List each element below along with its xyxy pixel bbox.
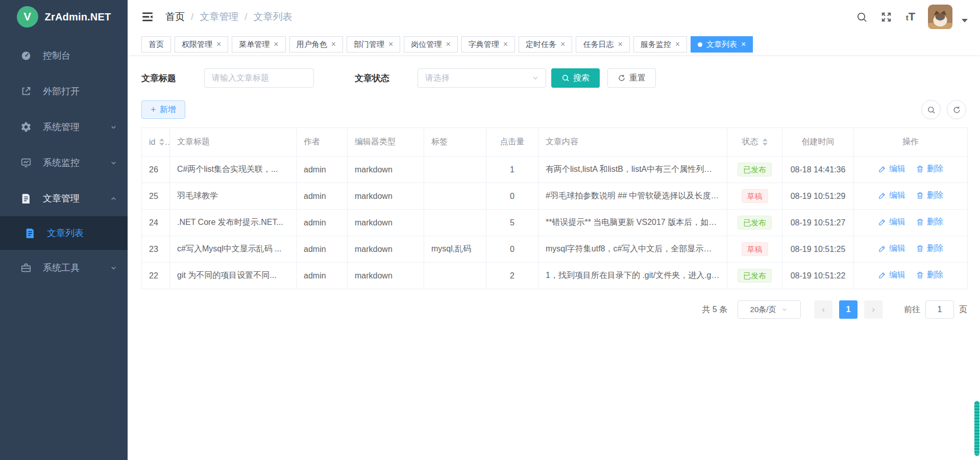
column-header-content: 状态 — [742, 137, 768, 147]
edit-button[interactable]: 编辑 — [878, 270, 905, 280]
delete-label: 删除 — [927, 270, 943, 280]
column-header-content: 点击量 — [500, 137, 525, 147]
user-avatar[interactable] — [928, 5, 952, 29]
search-button[interactable]: 搜索 — [551, 68, 600, 88]
cell-author: admin — [297, 183, 348, 210]
close-icon[interactable]: × — [331, 40, 336, 48]
column-header-content: 操作 — [902, 137, 919, 147]
sidebar-item-console[interactable]: 控制台 — [0, 38, 128, 73]
sort-asc-icon[interactable] — [159, 138, 164, 141]
sidebar-item-system-admin[interactable]: 系统管理 — [0, 109, 128, 145]
add-button[interactable]: + 新增 — [141, 100, 185, 119]
column-header-created: 创建时间 — [782, 128, 854, 157]
app-logo[interactable]: V ZrAdmin.NET — [0, 0, 128, 34]
tab-岗位管理[interactable]: 岗位管理× — [404, 36, 457, 53]
close-icon[interactable]: × — [503, 40, 508, 48]
table-row: 23c#写入Mysql中文显示乱码 ...adminmarkdownmysql,… — [142, 236, 968, 263]
article-title-input[interactable] — [204, 68, 314, 88]
sidebar-item-system-monitor[interactable]: 系统监控 — [0, 145, 128, 181]
tab-label: 岗位管理 — [411, 40, 442, 49]
scrollbar-thumb[interactable] — [974, 401, 979, 456]
sort-asc-icon[interactable] — [763, 138, 768, 141]
page-number-button[interactable]: 1 — [839, 300, 857, 319]
column-label: 点击量 — [500, 137, 525, 147]
breadcrumb-separator: / — [191, 11, 193, 22]
cell-content: #羽毛球拍参数说明 ## 中管软硬选择以及长度介... — [538, 183, 727, 210]
tab-服务监控[interactable]: 服务监控× — [633, 36, 687, 53]
tab-首页[interactable]: 首页 — [141, 36, 171, 53]
sort-desc-icon[interactable] — [763, 143, 768, 146]
prev-page-button[interactable]: ‹ — [814, 300, 832, 319]
status-badge: 已发布 — [738, 216, 772, 229]
font-size-icon[interactable]: tT — [900, 10, 921, 23]
tab-label: 字典管理 — [469, 40, 499, 49]
tab-文章列表[interactable]: 文章列表× — [691, 36, 753, 53]
edit-button[interactable]: 编辑 — [878, 243, 905, 254]
delete-button[interactable]: 删除 — [916, 243, 943, 254]
sidebar-item-article-admin[interactable]: 文章管理 — [0, 181, 128, 216]
edit-button[interactable]: 编辑 — [878, 190, 905, 201]
close-icon[interactable]: × — [675, 40, 680, 48]
table-search-toggle-button[interactable] — [921, 100, 941, 119]
page-size-select[interactable]: 20条/页 — [738, 300, 801, 319]
document-icon — [20, 193, 32, 204]
breadcrumb-home[interactable]: 首页 — [165, 10, 185, 23]
column-header-status[interactable]: 状态 — [727, 128, 782, 157]
chevron-down-icon — [110, 159, 117, 167]
sidebar-item-system-tools[interactable]: 系统工具 — [0, 250, 128, 286]
close-icon[interactable]: × — [388, 40, 393, 48]
cell-created-time: 08-19 10:51:29 — [782, 183, 854, 210]
article-table: id文章标题作者编辑器类型标签点击量文章内容状态创建时间操作 26C#两个lis… — [141, 127, 968, 289]
delete-label: 删除 — [927, 217, 943, 227]
cell-author: admin — [297, 157, 348, 183]
article-status-select[interactable]: 请选择 — [418, 68, 546, 88]
gear-icon — [20, 121, 32, 133]
search-icon[interactable] — [851, 7, 872, 27]
cell-title: .NET Core 发布时提示.NET... — [170, 210, 297, 236]
close-icon[interactable]: × — [216, 40, 221, 48]
chevron-down-icon[interactable] — [962, 19, 968, 22]
sidebar-collapse-icon[interactable] — [141, 10, 154, 23]
edit-button[interactable]: 编辑 — [878, 217, 905, 227]
delete-button[interactable]: 删除 — [916, 190, 943, 201]
table-refresh-button[interactable] — [947, 100, 966, 119]
tab-定时任务[interactable]: 定时任务× — [519, 36, 572, 53]
sidebar-item-article-list[interactable]: 文章列表 — [0, 216, 128, 250]
delete-button[interactable]: 删除 — [916, 164, 943, 174]
sidebar-item-external-open[interactable]: 外部打开 — [0, 73, 128, 109]
fullscreen-icon[interactable] — [876, 7, 896, 27]
close-icon[interactable]: × — [618, 40, 622, 48]
close-icon[interactable]: × — [274, 40, 278, 48]
close-icon[interactable]: × — [446, 40, 450, 48]
reset-button[interactable]: 重置 — [607, 68, 656, 88]
next-page-button[interactable]: › — [864, 300, 883, 319]
cell-created-time: 08-19 10:51:22 — [782, 263, 854, 289]
sort-icon[interactable] — [159, 138, 164, 146]
tab-菜单管理[interactable]: 菜单管理× — [232, 36, 285, 53]
tab-部门管理[interactable]: 部门管理× — [347, 36, 400, 53]
cell-operations: 编辑删除 — [854, 263, 968, 289]
article-title-label: 文章标题 — [141, 72, 176, 84]
close-icon[interactable]: × — [560, 40, 565, 48]
column-header-id[interactable]: id — [142, 128, 170, 157]
delete-button[interactable]: 删除 — [916, 270, 943, 280]
sidebar-item-label: 系统管理 — [43, 121, 110, 133]
tab-用户角色[interactable]: 用户角色× — [289, 36, 343, 53]
sort-desc-icon[interactable] — [159, 143, 164, 146]
breadcrumb-separator: / — [244, 11, 247, 22]
goto-page-input[interactable] — [925, 300, 954, 319]
column-label: 标签 — [431, 137, 448, 147]
tab-任务日志[interactable]: 任务日志× — [576, 36, 629, 53]
edit-button[interactable]: 编辑 — [878, 164, 905, 174]
tab-权限管理[interactable]: 权限管理× — [175, 36, 228, 53]
delete-button[interactable]: 删除 — [916, 217, 943, 227]
tab-字典管理[interactable]: 字典管理× — [461, 36, 515, 53]
sort-icon[interactable] — [763, 138, 768, 146]
chevron-down-icon — [110, 264, 117, 272]
app-title: ZrAdmin.NET — [45, 11, 111, 23]
breadcrumb-page: 文章列表 — [254, 10, 292, 23]
cell-content: mysql字符集utf8，c#写入中文后，全部显示成? ... — [538, 236, 727, 263]
close-icon[interactable]: × — [741, 40, 746, 48]
column-label: 文章标题 — [177, 137, 210, 147]
pagination-total: 共 5 条 — [702, 304, 727, 315]
